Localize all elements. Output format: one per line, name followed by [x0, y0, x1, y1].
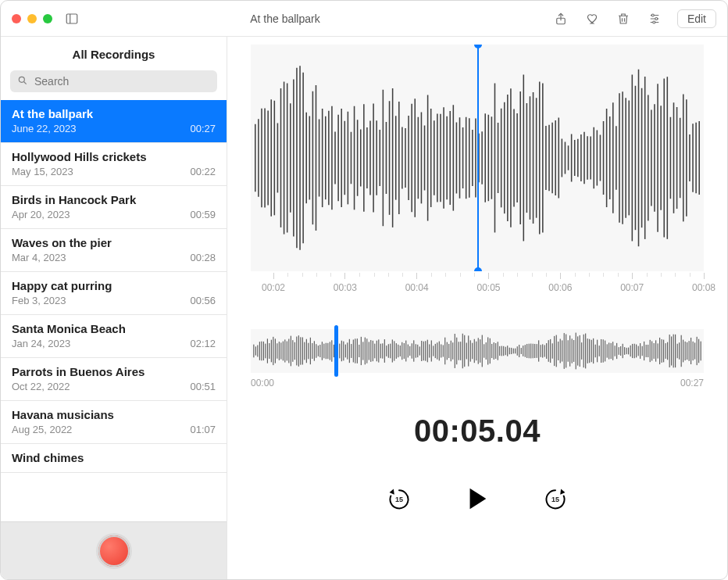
svg-point-8	[655, 17, 658, 20]
recording-title: Parrots in Buenos Aires	[12, 365, 216, 378]
waveform-overview[interactable]	[251, 329, 704, 373]
waveform-zoom[interactable]	[251, 45, 704, 271]
recording-row[interactable]: Parrots in Buenos AiresOct 22, 202200:51	[1, 358, 227, 401]
current-time-display: 00:05.04	[251, 414, 704, 449]
svg-point-11	[19, 77, 24, 82]
recording-row[interactable]: At the ballparkJune 22, 202300:27	[1, 100, 227, 143]
recordings-sidebar: All Recordings At the ballparkJune 22, 2…	[1, 37, 227, 579]
recording-date: May 15, 2023	[12, 166, 73, 177]
svg-point-10	[653, 21, 655, 23]
ruler-tick: 00:07	[620, 273, 644, 293]
recording-date: Aug 25, 2022	[12, 424, 72, 435]
window-minimize-button[interactable]	[27, 14, 37, 23]
share-button[interactable]	[552, 10, 569, 27]
search-input[interactable]	[33, 74, 210, 88]
time-ruler: 00:0200:0300:0400:0500:0600:0700:08	[251, 273, 704, 301]
recording-title: Happy cat purring	[12, 279, 216, 292]
window-title: At the ballpark	[91, 13, 541, 25]
playhead[interactable]	[477, 45, 479, 271]
svg-line-12	[24, 81, 27, 84]
recording-title: Havana musicians	[12, 408, 216, 421]
edit-button[interactable]: Edit	[677, 9, 716, 28]
recording-date: Apr 20, 2023	[12, 209, 70, 220]
recording-duration: 01:07	[190, 424, 216, 435]
settings-button[interactable]	[646, 10, 663, 27]
recording-title: Hollywood Hills crickets	[12, 150, 216, 163]
svg-rect-0	[66, 14, 77, 23]
recording-duration: 00:59	[190, 209, 216, 220]
record-button[interactable]	[96, 533, 132, 569]
recording-row[interactable]: Hollywood Hills cricketsMay 15, 202300:2…	[1, 143, 227, 186]
ruler-tick: 00:05	[476, 273, 500, 293]
window-close-button[interactable]	[12, 14, 21, 23]
recording-date: Jan 24, 2023	[12, 338, 70, 349]
recording-title: Wind chimes	[12, 451, 216, 464]
overview-playhead[interactable]	[334, 325, 338, 377]
recording-date: Mar 4, 2023	[12, 252, 66, 263]
favorite-button[interactable]	[583, 10, 601, 27]
recording-row[interactable]: Santa Monica BeachJan 24, 202302:12	[1, 315, 227, 358]
trash-button[interactable]	[615, 10, 632, 27]
skip-forward-button[interactable]: 15	[541, 485, 569, 513]
recording-title: Birds in Hancock Park	[12, 193, 216, 206]
ruler-tick: 00:03	[334, 273, 357, 293]
ruler-tick: 00:02	[262, 273, 285, 293]
overview-end-time: 00:27	[680, 378, 704, 388]
recording-title: Santa Monica Beach	[12, 322, 216, 335]
ruler-tick: 00:04	[405, 273, 429, 293]
recording-title: At the ballpark	[12, 107, 216, 120]
ruler-tick: 00:06	[548, 273, 572, 293]
search-icon	[17, 75, 28, 88]
recording-duration: 00:51	[190, 381, 216, 392]
svg-point-6	[651, 14, 654, 16]
recording-duration: 00:56	[190, 295, 216, 306]
overview-start-time: 00:00	[251, 378, 274, 388]
recording-row[interactable]: Wind chimes	[1, 444, 227, 473]
recording-duration: 02:12	[190, 338, 216, 349]
recording-duration: 00:27	[190, 123, 216, 134]
toggle-sidebar-button[interactable]	[63, 10, 80, 27]
recording-title: Waves on the pier	[12, 236, 216, 249]
window-zoom-button[interactable]	[43, 14, 52, 23]
ruler-tick: 00:08	[692, 273, 716, 293]
play-button[interactable]	[460, 482, 494, 516]
recording-duration: 00:22	[190, 166, 216, 177]
recording-duration: 00:28	[190, 252, 216, 263]
recording-date: Feb 3, 2023	[12, 295, 66, 306]
recording-row[interactable]: Happy cat purringFeb 3, 202300:56	[1, 272, 227, 315]
recording-row[interactable]: Havana musiciansAug 25, 202201:07	[1, 401, 227, 444]
recording-detail: 00:0200:0300:0400:0500:0600:0700:08 00:0…	[227, 37, 727, 579]
recording-date: June 22, 2023	[12, 123, 76, 134]
search-field[interactable]	[10, 70, 217, 92]
recordings-list[interactable]: At the ballparkJune 22, 202300:27Hollywo…	[1, 100, 227, 521]
recording-row[interactable]: Waves on the pierMar 4, 202300:28	[1, 229, 227, 272]
sidebar-header: All Recordings	[1, 37, 227, 70]
recording-date: Oct 22, 2022	[12, 381, 70, 392]
skip-back-button[interactable]: 15	[385, 485, 413, 513]
recording-row[interactable]: Birds in Hancock ParkApr 20, 202300:59	[1, 186, 227, 229]
